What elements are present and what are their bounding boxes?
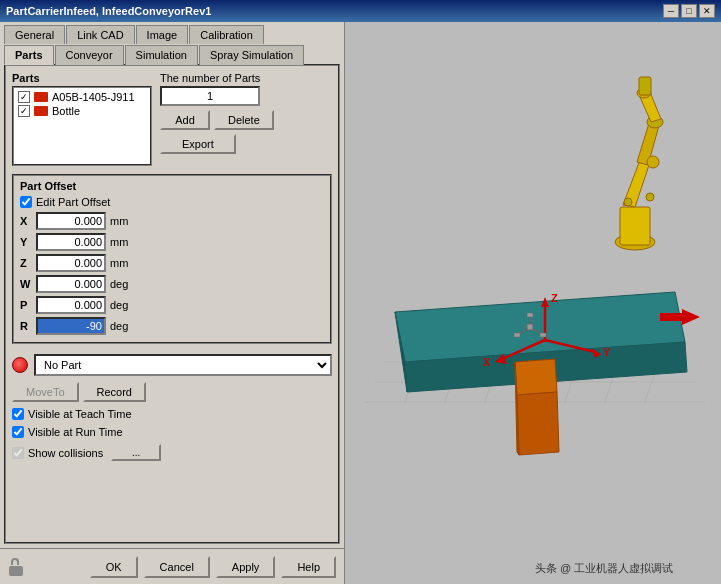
visible-run-row: Visible at Run Time — [12, 426, 332, 438]
offset-label-w: W — [20, 278, 32, 290]
moveto-button[interactable]: MoveTo — [12, 382, 79, 402]
part-checkbox-1[interactable]: ✓ — [18, 91, 30, 103]
visible-teach-label: Visible at Teach Time — [28, 408, 132, 420]
export-button[interactable]: Export — [160, 134, 236, 154]
parts-list: ✓ A05B-1405-J911 ✓ Bottle — [12, 86, 152, 166]
tab-image[interactable]: Image — [136, 25, 189, 44]
visible-teach-checkbox[interactable] — [12, 408, 24, 420]
num-parts-label: The number of Parts — [160, 72, 260, 84]
offset-input-y[interactable] — [36, 233, 106, 251]
no-part-indicator — [12, 357, 28, 373]
svg-text:X: X — [483, 356, 491, 368]
num-parts-section: The number of Parts Add Delete Export — [160, 72, 274, 166]
svg-rect-35 — [620, 207, 650, 245]
delete-button[interactable]: Delete — [214, 110, 274, 130]
bottom-btns: OK Cancel Apply Help — [90, 556, 336, 578]
tab-row-2: Parts Conveyor Simulation Spray Simulati… — [0, 42, 344, 64]
svg-rect-31 — [514, 333, 520, 337]
maximize-button[interactable]: □ — [681, 4, 697, 18]
tab-row-1: General Link CAD Image Calibration — [0, 22, 344, 43]
help-button[interactable]: Help — [281, 556, 336, 578]
list-item[interactable]: ✓ A05B-1405-J911 — [16, 90, 148, 104]
visible-run-checkbox[interactable] — [12, 426, 24, 438]
offset-label-z: Z — [20, 257, 32, 269]
svg-rect-41 — [639, 77, 651, 95]
svg-text:Y: Y — [603, 346, 611, 358]
offset-input-w[interactable] — [36, 275, 106, 293]
part-name-2: Bottle — [52, 105, 80, 117]
collision-settings-button[interactable]: ... — [111, 444, 161, 461]
record-button[interactable]: Record — [83, 382, 146, 402]
title-bar: PartCarrierInfeed, InfeedConveyorRev1 ─ … — [0, 0, 721, 22]
add-button[interactable]: Add — [160, 110, 210, 130]
dropdown-row: No Part — [12, 354, 332, 376]
parts-list-container: Parts ✓ A05B-1405-J911 ✓ Bottle — [12, 72, 152, 166]
show-collisions-row: Show collisions ... — [12, 444, 332, 461]
offset-unit-x: mm — [110, 215, 138, 227]
offset-input-z[interactable] — [36, 254, 106, 272]
part-offset-title: Part Offset — [20, 180, 324, 192]
svg-rect-46 — [660, 313, 684, 321]
svg-rect-32 — [540, 333, 546, 337]
lock-shackle — [11, 558, 19, 565]
bottom-bar: OK Cancel Apply Help — [0, 548, 344, 584]
list-item[interactable]: ✓ Bottle — [16, 104, 148, 118]
minimize-button[interactable]: ─ — [663, 4, 679, 18]
svg-point-43 — [646, 193, 654, 201]
show-collisions-label: Show collisions — [28, 447, 103, 459]
show-collisions-checkbox[interactable] — [12, 447, 24, 459]
svg-marker-16 — [517, 392, 559, 455]
close-button[interactable]: ✕ — [699, 4, 715, 18]
offset-row-p: P deg — [20, 296, 324, 314]
offset-unit-z: mm — [110, 257, 138, 269]
parts-section: Parts ✓ A05B-1405-J911 ✓ Bottle — [12, 72, 332, 166]
edit-part-offset-label: Edit Part Offset — [36, 196, 110, 208]
offset-input-r[interactable] — [36, 317, 106, 335]
cancel-button[interactable]: Cancel — [144, 556, 210, 578]
offset-label-y: Y — [20, 236, 32, 248]
tab-parts[interactable]: Parts — [4, 45, 54, 65]
lock-body — [9, 566, 23, 576]
svg-marker-15 — [515, 359, 557, 395]
main-layout: General Link CAD Image Calibration Parts… — [0, 22, 721, 584]
offset-input-x[interactable] — [36, 212, 106, 230]
offset-row-r: R deg — [20, 317, 324, 335]
offset-label-p: P — [20, 299, 32, 311]
offset-unit-r: deg — [110, 320, 138, 332]
title-text: PartCarrierInfeed, InfeedConveyorRev1 — [6, 5, 211, 17]
offset-unit-y: mm — [110, 236, 138, 248]
svg-text:头条 @ 工业机器人虚拟调试: 头条 @ 工业机器人虚拟调试 — [535, 562, 673, 574]
svg-rect-30 — [527, 324, 533, 330]
offset-unit-p: deg — [110, 299, 138, 311]
edit-part-offset-checkbox[interactable] — [20, 196, 32, 208]
lock-icon — [8, 558, 24, 576]
part-offset-group: Part Offset Edit Part Offset X mm Y mm Z — [12, 174, 332, 344]
part-dropdown[interactable]: No Part — [34, 354, 332, 376]
visible-teach-row: Visible at Teach Time — [12, 408, 332, 420]
part-checkbox-2[interactable]: ✓ — [18, 105, 30, 117]
tab-content-area: Parts ✓ A05B-1405-J911 ✓ Bottle — [4, 64, 340, 544]
offset-input-p[interactable] — [36, 296, 106, 314]
apply-button[interactable]: Apply — [216, 556, 276, 578]
svg-text:Z: Z — [551, 292, 558, 304]
tab-simulation[interactable]: Simulation — [125, 45, 198, 65]
part-icon-2 — [34, 106, 48, 116]
scene-svg: Z X Y — [345, 22, 721, 584]
edit-part-offset-row: Edit Part Offset — [20, 196, 324, 208]
svg-point-42 — [624, 198, 632, 206]
offset-label-r: R — [20, 320, 32, 332]
offset-unit-w: deg — [110, 278, 138, 290]
tab-link-cad[interactable]: Link CAD — [66, 25, 134, 44]
num-parts-input[interactable] — [160, 86, 260, 106]
add-delete-row: Add Delete — [160, 110, 274, 130]
ok-button[interactable]: OK — [90, 556, 138, 578]
tab-general[interactable]: General — [4, 25, 65, 44]
visible-run-label: Visible at Run Time — [28, 426, 123, 438]
offset-row-x: X mm — [20, 212, 324, 230]
tab-conveyor[interactable]: Conveyor — [55, 45, 124, 65]
tab-spray-simulation[interactable]: Spray Simulation — [199, 45, 304, 65]
left-panel: General Link CAD Image Calibration Parts… — [0, 22, 345, 584]
parts-list-label: Parts — [12, 72, 152, 84]
part-name-1: A05B-1405-J911 — [52, 91, 135, 103]
tab-calibration[interactable]: Calibration — [189, 25, 264, 44]
